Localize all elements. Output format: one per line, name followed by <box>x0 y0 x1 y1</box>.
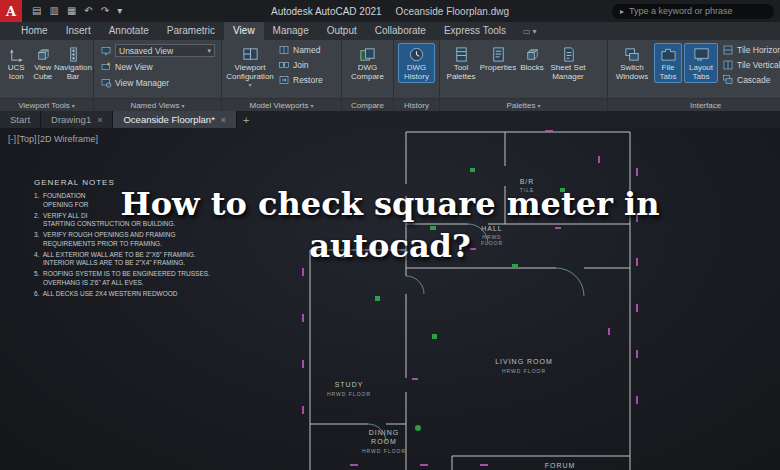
blocks-icon <box>524 46 541 63</box>
ucs-icon-button[interactable]: UCS Icon <box>4 43 29 83</box>
named-viewport-icon <box>278 44 290 56</box>
file-tab-oceanside-floorplan[interactable]: Oceanside Floorplan* × <box>113 111 237 128</box>
ucs-icon <box>8 46 25 63</box>
floorplan-svg: B/R TILE HALL HRWD FLOOR LIVING ROOM HRW… <box>0 128 780 470</box>
dwg-compare-button[interactable]: DWG Compare <box>347 43 389 83</box>
print-icon[interactable]: ▦ <box>67 0 76 22</box>
sheet-set-manager-button[interactable]: Sheet Set Manager <box>548 43 588 83</box>
switch-windows-button[interactable]: Switch Windows <box>612 43 652 83</box>
viewport-configuration-button[interactable]: Viewport Configuration ▾ <box>226 43 274 91</box>
join-viewport-icon <box>278 59 290 71</box>
named-viewport-button[interactable]: Named <box>276 43 325 57</box>
drawing-canvas[interactable]: [-] [Top] [2D Wireframe] GENERAL NOTES 1… <box>0 128 780 470</box>
button-label: Navigation Bar <box>54 64 92 81</box>
view-manager-button[interactable]: View Manager <box>98 76 171 90</box>
dwg-history-button[interactable]: DWG History <box>398 43 435 83</box>
autocad-logo-icon[interactable]: A <box>0 0 22 22</box>
cascade-button[interactable]: Cascade <box>720 73 780 87</box>
new-tab-button[interactable]: + <box>237 111 255 128</box>
qat-dropdown-icon[interactable]: ▾ <box>117 0 122 22</box>
tab-collaborate[interactable]: Collaborate <box>366 22 435 40</box>
room-label: STUDY <box>335 381 364 388</box>
panel-label-history[interactable]: History <box>394 98 439 111</box>
room-sublabel: HRWD FLOOR <box>327 391 371 397</box>
panel-history: DWG History History <box>394 40 440 111</box>
redo-icon[interactable]: ↷ <box>101 0 109 22</box>
tile-vertically-button[interactable]: Tile Vertically <box>720 58 780 72</box>
file-tab-start[interactable]: Start <box>0 111 41 128</box>
panel-palettes: Tool Palettes Properties Blocks Sheet Se… <box>440 40 608 111</box>
panel-interface: Switch Windows File Tabs Layout Tabs Til… <box>608 40 780 111</box>
file-tabs-icon <box>660 46 677 63</box>
title-bar: A ▤ ▥ ▦ ↶ ↷ ▾ Autodesk AutoCAD 2021Ocean… <box>0 0 780 22</box>
navigation-bar-button[interactable]: Navigation Bar <box>57 43 89 83</box>
layout-tabs-icon <box>693 46 710 63</box>
undo-icon[interactable]: ↶ <box>84 0 92 22</box>
layout-tabs-button[interactable]: Layout Tabs <box>684 43 718 83</box>
view-manager-icon <box>100 77 112 89</box>
unsaved-view-combo[interactable]: Unsaved View ▾ <box>115 44 215 57</box>
tool-palettes-button[interactable]: Tool Palettes <box>444 43 478 83</box>
close-icon[interactable]: × <box>97 115 102 125</box>
tab-output[interactable]: Output <box>318 22 366 40</box>
tile-horizontally-button[interactable]: Tile Horizontally <box>720 43 780 57</box>
ribbon-minimize-icon[interactable]: ▭▾ <box>523 27 539 36</box>
new-view-button[interactable]: New View <box>98 60 155 74</box>
button-label: UCS Icon <box>6 64 27 81</box>
panel-label-interface[interactable]: Interface <box>608 98 780 111</box>
button-label: Blocks <box>520 64 544 73</box>
panel-model-viewports: Viewport Configuration ▾ Named Join Rest… <box>222 40 342 111</box>
room-label: FORUM <box>545 462 576 469</box>
dimension-markers <box>302 130 638 466</box>
file-tab-drawing1[interactable]: Drawing1 × <box>41 111 113 128</box>
room-label: LIVING ROOM <box>495 358 553 365</box>
help-search-input[interactable]: ▸ Type a keyword or phrase <box>612 4 774 19</box>
sheet-set-manager-icon <box>560 46 577 63</box>
join-viewport-button[interactable]: Join <box>276 58 325 72</box>
tab-insert[interactable]: Insert <box>57 22 100 40</box>
room-sublabel: HRWD FLOOR <box>502 368 546 374</box>
tab-express-tools[interactable]: Express Tools <box>435 22 515 40</box>
panel-label-viewport-tools[interactable]: Viewport Tools▾ <box>0 98 93 111</box>
room-label: ROOM <box>371 438 397 445</box>
panel-viewport-tools: UCS Icon View Cube Navigation Bar Viewpo… <box>0 40 94 111</box>
named-views-icon <box>100 45 112 57</box>
save-icon[interactable]: ▥ <box>49 0 58 22</box>
button-label: Sheet Set Manager <box>550 64 586 81</box>
search-placeholder: Type a keyword or phrase <box>629 6 733 16</box>
restore-viewport-button[interactable]: Restore <box>276 73 325 87</box>
chevron-down-icon: ▾ <box>310 102 313 109</box>
floorplan-walls <box>310 132 630 470</box>
close-icon[interactable]: × <box>221 115 226 125</box>
navigation-bar-icon <box>65 46 82 63</box>
tab-manage[interactable]: Manage <box>264 22 318 40</box>
dwg-history-icon <box>408 46 425 63</box>
chevron-down-icon: ▾ <box>207 47 211 55</box>
blocks-button[interactable]: Blocks <box>518 43 546 75</box>
search-arrow-icon: ▸ <box>620 7 624 16</box>
view-cube-button[interactable]: View Cube <box>31 43 56 83</box>
new-file-icon[interactable]: ▤ <box>32 0 41 22</box>
tool-palettes-icon <box>453 46 470 63</box>
tab-view[interactable]: View <box>224 22 264 40</box>
panel-label-model-viewports[interactable]: Model Viewports▾ <box>222 98 341 111</box>
file-tabs-button[interactable]: File Tabs <box>654 43 682 83</box>
file-tab-bar: Start Drawing1 × Oceanside Floorplan* × … <box>0 111 780 128</box>
tab-parametric[interactable]: Parametric <box>158 22 224 40</box>
cascade-icon <box>722 74 734 86</box>
properties-button[interactable]: Properties <box>480 43 516 75</box>
button-label: DWG History <box>400 64 433 81</box>
panel-label-named-views[interactable]: Named Views▾ <box>94 98 221 111</box>
panel-label-palettes[interactable]: Palettes▾ <box>440 98 607 111</box>
restore-viewport-icon <box>278 74 290 86</box>
panel-label-compare[interactable]: Compare <box>342 98 393 111</box>
overlay-title: How to check square meter in autocad? <box>100 184 680 267</box>
tab-home[interactable]: Home <box>12 22 57 40</box>
app-title: Autodesk AutoCAD 2021 <box>271 6 382 17</box>
view-list-dropdown[interactable]: Unsaved View ▾ <box>98 43 217 58</box>
button-label: Tool Palettes <box>446 64 476 81</box>
tab-annotate[interactable]: Annotate <box>100 22 158 40</box>
button-label: Layout Tabs <box>686 64 716 81</box>
button-label: File Tabs <box>656 64 680 81</box>
chevron-down-icon: ▾ <box>72 102 75 109</box>
